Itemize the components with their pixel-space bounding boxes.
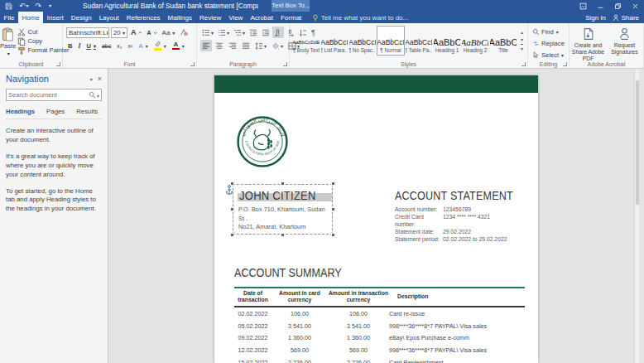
style-list-paragraph[interactable]: AaBbCcI¶ List Para... — [320, 26, 348, 56]
navigation-options-icon[interactable] — [89, 75, 93, 83]
style-body-text[interactable]: AaBbCcDdE¶ Body Text — [292, 26, 320, 56]
grow-font-button[interactable]: A — [129, 27, 144, 38]
statement-block: ACCOUNT STATEMENT Account number:1234567… — [395, 188, 536, 243]
underline-button[interactable]: U — [84, 40, 98, 51]
find-button[interactable]: Find — [531, 26, 560, 37]
search-input[interactable] — [8, 91, 89, 99]
tab-design[interactable]: Design — [67, 12, 95, 23]
sign-in-link[interactable]: Sign in — [585, 14, 605, 22]
tab-acrobat[interactable]: Acrobat — [247, 12, 277, 23]
nav-tab-pages[interactable]: Pages — [46, 108, 65, 115]
style-title[interactable]: AaBbCTitle — [489, 26, 517, 56]
font-size-combobox[interactable]: 20 — [111, 27, 127, 38]
numbering-icon[interactable] — [216, 27, 231, 38]
tab-mailings[interactable]: Mailings — [164, 12, 195, 23]
superscript-button[interactable]: x² — [126, 40, 134, 51]
search-options-icon[interactable] — [96, 91, 99, 99]
paste-icon — [2, 27, 14, 41]
text-box[interactable]: JOHN CITIZEN P.O. Box 710, Khartoum, Sud… — [233, 184, 333, 235]
decrease-indent-icon[interactable] — [248, 27, 259, 38]
tab-home[interactable]: Home — [18, 12, 43, 23]
tab-file[interactable]: File — [0, 12, 18, 23]
align-left-icon[interactable] — [200, 40, 212, 51]
quick-access-toolbar: ↶ ↷ — [5, 0, 51, 12]
font-group: Bahnschrift Lig 20 A A Aa B I U abc x₂ x… — [63, 23, 197, 68]
line-spacing-icon[interactable] — [253, 40, 268, 51]
tab-insert[interactable]: Insert — [43, 12, 67, 23]
bullets-icon[interactable] — [200, 27, 215, 38]
close-icon[interactable] — [627, 0, 644, 12]
resize-handle[interactable] — [331, 182, 335, 186]
statement-heading: ACCOUNT STATEMENT — [395, 188, 513, 202]
justify-icon[interactable] — [240, 40, 252, 51]
multilevel-list-icon[interactable] — [232, 27, 247, 38]
clear-formatting-button[interactable] — [178, 27, 190, 38]
search-icon[interactable] — [89, 91, 96, 99]
paragraph-group-label: Paragraph — [197, 61, 289, 67]
table-row: 12.02.2022569.00569.00998****36****8*7 P… — [234, 344, 525, 356]
share-button[interactable]: Share — [613, 14, 639, 22]
style-no-spacing[interactable]: AaBbCcI¶ No Spac... — [348, 26, 377, 56]
contextual-tab-header: Text Box To... — [272, 0, 310, 12]
nav-tab-results[interactable]: Results — [76, 108, 98, 115]
align-center-icon[interactable] — [214, 40, 225, 51]
resize-handle[interactable] — [230, 233, 234, 237]
table-row: 05.02.20223 541.003 541.00998****36****8… — [234, 320, 525, 332]
style-table-paragraph[interactable]: AaBbCcI¶ Table Pa... — [405, 26, 433, 56]
redo-icon[interactable]: ↷ — [36, 2, 42, 10]
strikethrough-button[interactable]: abc — [100, 40, 113, 51]
font-dialog-launcher[interactable] — [190, 62, 195, 66]
select-button[interactable]: Select — [531, 49, 565, 60]
undo-icon[interactable]: ↶ — [19, 2, 29, 10]
ribbon-display-options-icon[interactable] — [574, 0, 592, 12]
styles-more-icon[interactable]: ▾ — [521, 44, 523, 51]
nav-help-text: To get started, go to the Home tab and a… — [6, 187, 102, 215]
resize-handle[interactable] — [230, 207, 234, 211]
align-right-icon[interactable] — [227, 40, 238, 51]
qat-customize-icon[interactable] — [48, 2, 51, 10]
editing-dialog-launcher[interactable] — [563, 62, 567, 66]
styles-scroll-up-icon[interactable]: ▴ — [521, 29, 523, 35]
clipboard-dialog-launcher[interactable] — [56, 62, 60, 66]
document-scrollbar[interactable] — [634, 69, 639, 363]
style-heading-1[interactable]: AaBbCHeading 1 — [433, 26, 461, 56]
resize-handle[interactable] — [230, 182, 234, 186]
restore-icon[interactable] — [609, 0, 627, 12]
paragraph-dialog-launcher[interactable] — [283, 62, 287, 66]
tab-format[interactable]: Format — [276, 12, 305, 23]
style-normal[interactable]: AaBbCcI¶ Normal — [377, 26, 405, 56]
tab-references[interactable]: References — [123, 12, 164, 23]
tellme-box[interactable]: Tell me what you want to do... — [312, 12, 408, 23]
resize-handle[interactable] — [331, 233, 335, 237]
document-page[interactable]: البنك الزراعي السوداني THE AGRICULTURAL … — [214, 75, 538, 363]
change-case-button[interactable]: Aa — [161, 27, 177, 38]
navigation-close-icon[interactable]: × — [98, 75, 102, 83]
resize-handle[interactable] — [281, 182, 285, 186]
resize-handle[interactable] — [281, 233, 285, 237]
ltr-text-direction-icon[interactable] — [272, 27, 284, 38]
styles-dialog-launcher[interactable] — [521, 62, 526, 66]
font-color-button[interactable]: A — [171, 40, 186, 51]
style-heading-2[interactable]: AaBbCiHeading 2 — [461, 26, 489, 56]
text-effects-button[interactable]: A — [137, 40, 150, 51]
increase-indent-icon[interactable] — [260, 27, 272, 38]
shrink-font-button[interactable]: A — [146, 27, 159, 38]
resize-handle[interactable] — [331, 207, 335, 211]
styles-scroll-down-icon[interactable]: ▾ — [521, 36, 523, 42]
styles-group-label: Styles — [290, 61, 527, 67]
save-icon[interactable] — [5, 2, 12, 10]
bold-button[interactable]: B — [66, 40, 74, 51]
nav-tab-headings[interactable]: Headings — [6, 108, 35, 115]
font-name-combobox[interactable]: Bahnschrift Lig — [66, 27, 109, 38]
tab-review[interactable]: Review — [195, 12, 224, 23]
summary-heading: ACCOUNT SUMMARY — [234, 265, 342, 279]
scrollbar-thumb[interactable] — [636, 80, 639, 205]
highlight-color-button[interactable] — [152, 40, 168, 51]
replace-button[interactable]: Replace — [531, 37, 566, 49]
tab-layout[interactable]: Layout — [95, 12, 123, 23]
subscript-button[interactable]: x₂ — [115, 40, 123, 51]
tab-view[interactable]: View — [225, 12, 247, 23]
shading-icon[interactable] — [270, 40, 285, 51]
italic-button[interactable]: I — [76, 40, 82, 51]
minimize-icon[interactable] — [592, 0, 609, 12]
